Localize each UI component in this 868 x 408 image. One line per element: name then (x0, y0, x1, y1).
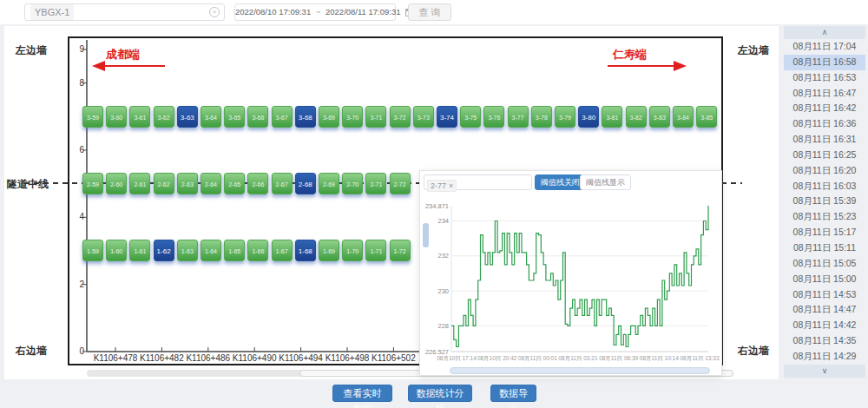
sensor-tile-2-70[interactable]: 2-70 (342, 173, 363, 194)
sensor-tile-3-69[interactable]: 3-69 (319, 106, 339, 128)
sensor-tile-3-74[interactable]: 3-74 (437, 106, 457, 128)
sensor-tile-2-62[interactable]: 2-62 (154, 173, 174, 194)
sensor-tile-2-67[interactable]: 2-67 (272, 173, 293, 194)
time-list-item[interactable]: 08月11日 15:23 (784, 209, 865, 225)
chart-x-tick: 08月11日 00:01 (518, 355, 557, 362)
time-list-item[interactable]: 08月11日 15:00 (784, 272, 865, 287)
time-list-item[interactable]: 08月11日 16:36 (784, 116, 865, 132)
sensor-tile-3-80[interactable]: 3-80 (578, 106, 599, 128)
sensor-tile-3-63[interactable]: 3-63 (177, 106, 198, 128)
time-list: 08月11日 17:0408月11日 16:5808月11日 16:5308月1… (784, 39, 865, 365)
sensor-tile-2-61[interactable]: 2-61 (129, 173, 150, 194)
sensor-tile-1-61[interactable]: 1-61 (129, 240, 150, 261)
station-select[interactable]: YBGX-1 × (24, 3, 225, 21)
sensor-tile-2-68[interactable]: 2-68 (295, 173, 316, 194)
time-list-item[interactable]: 08月11日 15:11 (784, 240, 865, 256)
time-list-item[interactable]: 08月11日 14:29 (784, 349, 865, 365)
sensor-tile-2-64[interactable]: 2-64 (201, 173, 221, 194)
chart-vertical-zoom-handle[interactable] (423, 223, 429, 247)
sensor-tile-1-67[interactable]: 1-67 (272, 240, 293, 261)
sensor-tile-3-78[interactable]: 3-78 (531, 106, 552, 128)
sensor-tile-1-63[interactable]: 1-63 (177, 240, 198, 261)
sensor-tile-3-67[interactable]: 3-67 (272, 106, 293, 128)
sensor-tile-3-73[interactable]: 3-73 (413, 106, 434, 128)
time-list-item[interactable]: 08月11日 15:39 (784, 194, 865, 209)
sensor-tile-3-60[interactable]: 3-60 (106, 106, 127, 128)
sensor-tile-2-60[interactable]: 2-60 (106, 173, 127, 194)
sensor-tile-3-71[interactable]: 3-71 (365, 106, 386, 128)
sensor-tile-3-64[interactable]: 3-64 (201, 106, 221, 128)
sensor-tile-3-84[interactable]: 3-84 (673, 106, 694, 128)
sensor-tile-2-63[interactable]: 2-63 (177, 173, 198, 194)
chart-x-tick: 08月10日 17:14 (437, 355, 477, 362)
sensor-tile-3-81[interactable]: 3-81 (602, 106, 622, 128)
sensor-curve-popup: 2-77× 阈值线关闭 阈值线显示 234.871234232230228226… (419, 170, 722, 376)
sensor-tile-1-66[interactable]: 1-66 (247, 240, 268, 261)
chart-x-tick: 08月11日 13:33 (680, 355, 719, 362)
x-tick-K1106+478: K1106+478 (89, 353, 141, 363)
sensor-tile-1-65[interactable]: 1-65 (224, 240, 245, 261)
sensor-tile-1-69[interactable]: 1-69 (319, 240, 339, 261)
time-list-item[interactable]: 08月11日 16:42 (784, 101, 865, 116)
time-list-item[interactable]: 08月11日 16:03 (784, 179, 865, 194)
sensor-tile-2-72[interactable]: 2-72 (390, 173, 411, 194)
sensor-tile-1-71[interactable]: 1-71 (365, 240, 386, 261)
sensor-tile-1-72[interactable]: 1-72 (390, 240, 411, 261)
time-list-item[interactable]: 08月11日 15:17 (784, 225, 865, 240)
sensor-tile-3-70[interactable]: 3-70 (342, 106, 363, 128)
sensor-tile-3-85[interactable]: 3-85 (696, 106, 717, 128)
wall-label-right-bottom: 右边墙 (738, 344, 769, 359)
sensor-tile-3-66[interactable]: 3-66 (247, 106, 268, 128)
time-list-item[interactable]: 08月11日 14:47 (784, 302, 865, 318)
sensor-tile-3-79[interactable]: 3-79 (555, 106, 575, 128)
time-list-item[interactable]: 08月11日 14:42 (784, 318, 865, 333)
data-statistics-button[interactable]: 数据统计分析 (408, 385, 472, 402)
sensor-tile-2-69[interactable]: 2-69 (319, 173, 339, 194)
time-list-item[interactable]: 08月11日 16:58 (784, 55, 865, 70)
time-list-item[interactable]: 08月11日 16:20 (784, 163, 865, 179)
sensor-tile-3-77[interactable]: 3-77 (508, 106, 529, 128)
sensor-tile-1-60[interactable]: 1-60 (106, 240, 127, 261)
chart-y-tick: 228 (437, 322, 449, 330)
query-button[interactable]: 查 询 (408, 3, 451, 21)
sensor-tile-1-59[interactable]: 1-59 (82, 240, 103, 261)
time-list-item[interactable]: 08月11日 16:31 (784, 132, 865, 148)
sensor-tile-2-65[interactable]: 2-65 (224, 173, 245, 194)
sensor-tile-3-72[interactable]: 3-72 (390, 106, 411, 128)
date-range-picker[interactable]: 2022/08/10 17:09:31 ~ 2022/08/11 17:09:3… (234, 3, 396, 21)
sensor-tile-2-71[interactable]: 2-71 (365, 173, 386, 194)
sensor-tile-3-65[interactable]: 3-65 (224, 106, 245, 128)
sensor-tile-3-82[interactable]: 3-82 (626, 106, 647, 128)
sensor-tile-3-76[interactable]: 3-76 (483, 106, 504, 128)
sensor-tile-1-62[interactable]: 1-62 (154, 240, 174, 261)
sensor-tile-3-59[interactable]: 3-59 (82, 106, 103, 128)
sensor-tile-3-61[interactable]: 3-61 (129, 106, 150, 128)
sensor-tile-1-64[interactable]: 1-64 (201, 240, 221, 261)
time-list-item[interactable]: 08月11日 16:47 (784, 86, 865, 102)
wall-label-right-top: 左边墙 (738, 43, 769, 58)
topbar: YBGX-1 × 2022/08/10 17:09:31 ~ 2022/08/1… (0, 0, 868, 24)
scroll-down-button[interactable]: ∨ (784, 365, 865, 378)
sensor-tile-3-75[interactable]: 3-75 (460, 106, 481, 128)
time-list-item[interactable]: 08月11日 14:35 (784, 333, 865, 349)
sensor-tile-2-66[interactable]: 2-66 (247, 173, 268, 194)
sensor-tile-3-83[interactable]: 3-83 (649, 106, 670, 128)
chart-x-tick: 08月11日 10:14 (640, 355, 679, 362)
time-list-item[interactable]: 08月11日 16:53 (784, 70, 865, 86)
y-tick-0: 0 (72, 346, 84, 356)
sensor-tile-2-59[interactable]: 2-59 (82, 173, 103, 194)
time-list-item[interactable]: 08月11日 14:53 (784, 287, 865, 303)
sensor-tile-3-68[interactable]: 3-68 (295, 106, 316, 128)
time-list-item[interactable]: 08月11日 17:04 (784, 39, 865, 55)
wall-label-centerline: 隧道中线 (7, 177, 49, 192)
chart-datazoom-bar[interactable] (450, 367, 710, 374)
sensor-tile-1-68[interactable]: 1-68 (295, 240, 316, 261)
data-export-button[interactable]: 数据导出 (490, 385, 536, 402)
view-realtime-data-button[interactable]: 查看实时数据 (332, 385, 392, 402)
scroll-up-button[interactable]: ∧ (784, 26, 865, 39)
time-list-item[interactable]: 08月11日 16:25 (784, 148, 865, 163)
sensor-tile-3-62[interactable]: 3-62 (154, 106, 174, 128)
clear-icon[interactable]: × (209, 7, 220, 17)
time-list-item[interactable]: 08月11日 15:05 (784, 256, 865, 272)
sensor-tile-1-70[interactable]: 1-70 (342, 240, 363, 261)
